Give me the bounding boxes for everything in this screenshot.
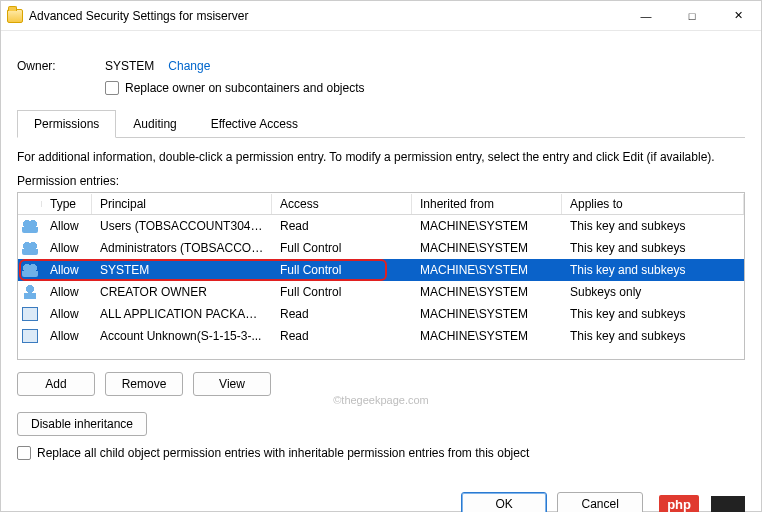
col-type[interactable]: Type: [42, 194, 92, 214]
dark-strip: [711, 496, 745, 512]
replace-all-label: Replace all child object permission entr…: [37, 446, 529, 460]
col-inherited[interactable]: Inherited from: [412, 194, 562, 214]
owner-value: SYSTEM: [105, 59, 154, 73]
row-applies: This key and subkeys: [562, 218, 744, 234]
close-button[interactable]: ✕: [715, 1, 761, 31]
row-icon: [18, 329, 42, 343]
replace-owner-row: Replace owner on subcontainers and objec…: [105, 81, 745, 95]
users-icon: [22, 241, 38, 255]
table-row[interactable]: AllowUsers (TOBSACCOUNT304\Us...ReadMACH…: [18, 215, 744, 237]
row-access: Read: [272, 306, 412, 322]
row-icon: [18, 307, 42, 321]
row-inherited: MACHINE\SYSTEM: [412, 306, 562, 322]
owner-row: Owner: SYSTEM Change: [17, 59, 745, 73]
permission-grid: Type Principal Access Inherited from App…: [17, 192, 745, 360]
row-applies: This key and subkeys: [562, 240, 744, 256]
row-access: Read: [272, 218, 412, 234]
replace-owner-checkbox[interactable]: [105, 81, 119, 95]
row-inherited: MACHINE\SYSTEM: [412, 284, 562, 300]
window-title: Advanced Security Settings for msiserver: [29, 9, 623, 23]
pkg-icon: [22, 329, 38, 343]
watermark: ©thegeekpage.com: [17, 394, 745, 406]
grid-button-row: Add Remove View: [17, 372, 745, 396]
row-inherited: MACHINE\SYSTEM: [412, 218, 562, 234]
table-row[interactable]: AllowALL APPLICATION PACKAGESReadMACHINE…: [18, 303, 744, 325]
php-badge: php: [659, 495, 699, 513]
footer: OK Cancel php: [1, 484, 761, 512]
replace-owner-label: Replace owner on subcontainers and objec…: [125, 81, 364, 95]
disable-inheritance-button[interactable]: Disable inheritance: [17, 412, 147, 436]
grid-body: AllowUsers (TOBSACCOUNT304\Us...ReadMACH…: [18, 215, 744, 347]
entries-label: Permission entries:: [17, 174, 745, 188]
permission-grid-wrap: Type Principal Access Inherited from App…: [17, 192, 745, 360]
row-access: Full Control: [272, 262, 412, 278]
info-text: For additional information, double-click…: [17, 150, 745, 164]
row-applies: Subkeys only: [562, 284, 744, 300]
row-icon: [18, 219, 42, 233]
table-row[interactable]: AllowAdministrators (TOBSACCOU...Full Co…: [18, 237, 744, 259]
pkg-icon: [22, 307, 38, 321]
row-type: Allow: [42, 328, 92, 344]
row-icon: [18, 263, 42, 277]
row-principal: Users (TOBSACCOUNT304\Us...: [92, 218, 272, 234]
minimize-button[interactable]: —: [623, 1, 669, 31]
row-inherited: MACHINE\SYSTEM: [412, 262, 562, 278]
tabs: Permissions Auditing Effective Access: [17, 109, 745, 138]
users-icon: [22, 219, 38, 233]
grid-header: Type Principal Access Inherited from App…: [18, 193, 744, 215]
add-button[interactable]: Add: [17, 372, 95, 396]
row-applies: This key and subkeys: [562, 306, 744, 322]
change-owner-link[interactable]: Change: [168, 59, 210, 73]
row-access: Read: [272, 328, 412, 344]
row-access: Full Control: [272, 284, 412, 300]
remove-button[interactable]: Remove: [105, 372, 183, 396]
col-access[interactable]: Access: [272, 194, 412, 214]
titlebar: Advanced Security Settings for msiserver…: [1, 1, 761, 31]
folder-icon: [7, 9, 23, 23]
row-principal: ALL APPLICATION PACKAGES: [92, 306, 272, 322]
row-inherited: MACHINE\SYSTEM: [412, 240, 562, 256]
row-principal: SYSTEM: [92, 262, 272, 278]
col-icon: [18, 201, 42, 207]
security-window: Advanced Security Settings for msiserver…: [0, 0, 762, 512]
row-type: Allow: [42, 262, 92, 278]
tab-effective-access[interactable]: Effective Access: [194, 110, 315, 138]
maximize-button[interactable]: □: [669, 1, 715, 31]
col-principal[interactable]: Principal: [92, 194, 272, 214]
row-icon: [18, 285, 42, 299]
row-principal: Administrators (TOBSACCOU...: [92, 240, 272, 256]
tab-permissions[interactable]: Permissions: [17, 110, 116, 138]
owner-label: Owner:: [17, 59, 105, 73]
replace-all-row: Replace all child object permission entr…: [17, 446, 745, 460]
user-icon: [22, 285, 38, 299]
row-applies: This key and subkeys: [562, 328, 744, 344]
cancel-button[interactable]: Cancel: [557, 492, 643, 512]
row-type: Allow: [42, 284, 92, 300]
row-principal: CREATOR OWNER: [92, 284, 272, 300]
col-applies[interactable]: Applies to: [562, 194, 744, 214]
table-row[interactable]: AllowSYSTEMFull ControlMACHINE\SYSTEMThi…: [18, 259, 744, 281]
tab-auditing[interactable]: Auditing: [116, 110, 193, 138]
inherit-button-row: Disable inheritance: [17, 412, 745, 436]
ok-button[interactable]: OK: [461, 492, 547, 512]
row-icon: [18, 241, 42, 255]
replace-all-checkbox[interactable]: [17, 446, 31, 460]
users-icon: [22, 263, 38, 277]
row-type: Allow: [42, 240, 92, 256]
row-principal: Account Unknown(S-1-15-3-...: [92, 328, 272, 344]
row-applies: This key and subkeys: [562, 262, 744, 278]
table-row[interactable]: AllowAccount Unknown(S-1-15-3-...ReadMAC…: [18, 325, 744, 347]
row-type: Allow: [42, 306, 92, 322]
row-access: Full Control: [272, 240, 412, 256]
content-area: Owner: SYSTEM Change Replace owner on su…: [1, 31, 761, 484]
row-type: Allow: [42, 218, 92, 234]
view-button[interactable]: View: [193, 372, 271, 396]
table-row[interactable]: AllowCREATOR OWNERFull ControlMACHINE\SY…: [18, 281, 744, 303]
row-inherited: MACHINE\SYSTEM: [412, 328, 562, 344]
